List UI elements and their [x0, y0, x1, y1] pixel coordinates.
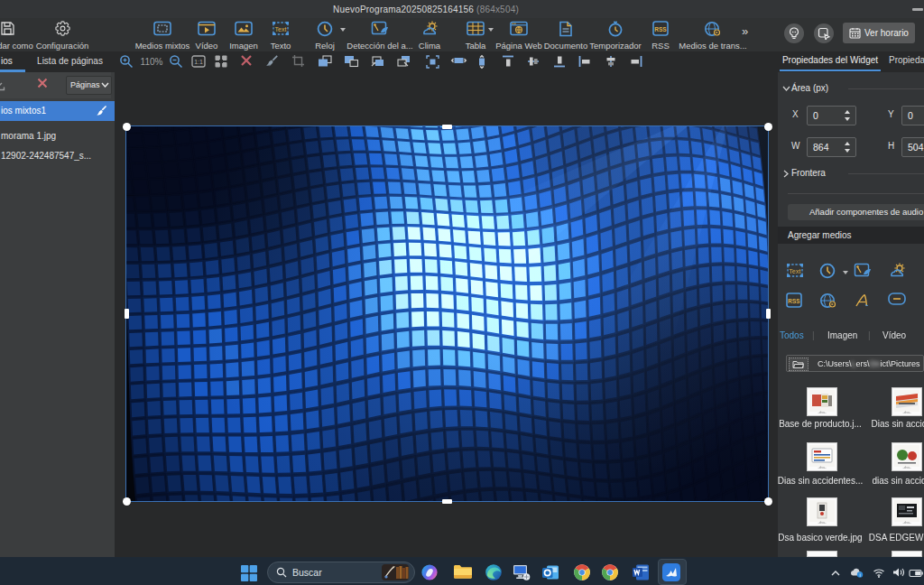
tab-medios[interactable]: ios — [1, 56, 13, 66]
add-clock-icon[interactable] — [819, 263, 839, 283]
start-button[interactable] — [240, 564, 258, 582]
preview-button[interactable] — [814, 23, 834, 43]
file-thumbnail[interactable] — [807, 551, 837, 557]
toolbar-overflow-button[interactable]: » — [742, 24, 746, 38]
search-highlight-image[interactable] — [382, 564, 409, 580]
tab-separator: | — [812, 330, 815, 340]
layer-front-icon[interactable] — [317, 54, 333, 70]
pages-dropdown[interactable]: Páginas — [66, 76, 112, 95]
windows-taskbar: Buscar i — [0, 557, 924, 585]
zoom-in-icon[interactable] — [119, 54, 135, 70]
fit-view-icon[interactable] — [214, 54, 230, 70]
resize-handle-e[interactable] — [766, 309, 771, 319]
tab-lista-de-paginas[interactable]: Lista de páginas — [36, 56, 104, 66]
delete-icon[interactable] — [240, 54, 256, 70]
add-button-icon[interactable] — [888, 292, 908, 312]
taskbar-app-copilot[interactable] — [420, 563, 439, 582]
page-list-item-selected[interactable]: ios mixtos1 — [0, 101, 115, 121]
resize-handle-n[interactable] — [442, 125, 452, 129]
y-field[interactable]: 0 — [901, 106, 924, 125]
layer-forward-icon[interactable] — [369, 54, 385, 70]
page-list-item[interactable]: 12902-242487547_s... — [0, 146, 115, 166]
resize-handle-se[interactable] — [764, 497, 772, 506]
resize-handle-sw[interactable] — [123, 497, 131, 506]
add-rss-icon[interactable]: RSS — [786, 292, 806, 312]
w-field[interactable]: 864 — [807, 137, 856, 157]
file-thumbnail[interactable]: -dsa- — [892, 442, 922, 471]
window-title: NuevoPrograma20250825164156 (864x504) — [0, 5, 852, 14]
align-vcenter-icon[interactable] — [526, 54, 542, 70]
file-thumbnail[interactable] — [892, 551, 922, 557]
file-thumbnail[interactable]: -dsa- — [892, 497, 922, 526]
x-field[interactable]: 0 — [807, 106, 856, 125]
resize-handle-ne[interactable] — [764, 123, 772, 131]
svg-text:RSS: RSS — [654, 26, 667, 32]
filter-tab-imagen[interactable]: Imagen — [827, 330, 857, 340]
chevron-down-icon[interactable] — [782, 85, 790, 93]
crop-icon[interactable] — [291, 54, 308, 70]
toolbar-settings[interactable]: Configuración — [28, 21, 97, 51]
h-field[interactable]: 504 — [901, 137, 924, 157]
add-weather-icon[interactable] — [888, 263, 908, 283]
taskbar-app-chrome[interactable] — [573, 563, 592, 582]
add-stream-icon[interactable] — [819, 292, 839, 312]
file-thumbnail[interactable]: -dsa- — [807, 497, 837, 526]
taskbar-app-signage[interactable] — [662, 563, 681, 582]
add-cursive-icon[interactable] — [854, 292, 873, 312]
folder-icon[interactable] — [789, 358, 808, 371]
taskbar-app-pc[interactable] — [512, 563, 531, 582]
align-hcenter-icon[interactable] — [604, 54, 620, 70]
align-left-icon[interactable] — [578, 54, 594, 70]
stretch-h-icon[interactable] — [450, 54, 467, 70]
expand-icon[interactable] — [425, 54, 441, 70]
taskbar-app-word[interactable] — [632, 563, 651, 582]
schedule-button[interactable]: Ver horario — [843, 23, 915, 43]
tray-battery-icon[interactable] — [909, 565, 923, 581]
taskbar-search[interactable]: Buscar — [267, 562, 415, 583]
import-icon[interactable] — [0, 79, 5, 95]
dropdown-caret-icon[interactable] — [843, 271, 848, 274]
taskbar-app-explorer[interactable] — [453, 563, 472, 582]
align-bottom-icon[interactable] — [552, 54, 568, 70]
stepper-icon — [844, 140, 852, 154]
file-thumbnail[interactable]: -dsa- — [807, 442, 837, 471]
media-path-bar[interactable]: C:\Users\Lers\Onict\Pictures — [786, 355, 924, 372]
tab-propiedades-widget[interactable]: Propiedades del Widget — [780, 55, 881, 65]
tray-cloud-icon[interactable]: i — [850, 565, 864, 581]
add-audio-button[interactable]: Añadir componentes de audio — [788, 204, 924, 220]
properties-panel: Área (px) X 0 Y 0 W 864 H 504 Frontera A… — [778, 72, 924, 557]
tray-wifi-icon[interactable] — [873, 565, 885, 581]
taskbar-app-chrome2[interactable] — [601, 563, 620, 582]
tray-volume-icon[interactable] — [892, 565, 905, 581]
chevron-right-icon[interactable] — [783, 170, 789, 180]
file-thumbnail[interactable]: -dsa- — [807, 387, 837, 416]
one-to-one-icon[interactable]: 1:1 — [191, 54, 208, 70]
align-right-icon[interactable] — [629, 54, 645, 70]
layer-back-icon[interactable] — [343, 54, 359, 70]
file-thumbnail[interactable]: -dsa- — [892, 387, 922, 416]
titlebar: NuevoPrograma20250825164156 (864x504) — [0, 0, 924, 18]
taskbar-app-outlook[interactable] — [541, 563, 560, 582]
tray-chevron-up-icon[interactable] — [830, 565, 841, 581]
delete-page-icon[interactable] — [37, 76, 50, 88]
zoom-out-icon[interactable] — [169, 54, 185, 70]
broom-icon[interactable] — [265, 54, 282, 70]
tab-propiedades-pagina[interactable]: Propiedad — [889, 55, 924, 65]
filter-tab-vídeo[interactable]: Vídeo — [882, 330, 906, 340]
layer-backward-icon[interactable] — [395, 54, 411, 70]
stretch-v-icon[interactable] — [476, 54, 492, 70]
toolbar-stream[interactable]: Medios de trans... — [679, 21, 747, 51]
add-text-icon[interactable]: Text — [786, 263, 806, 283]
file-label: DSA EDGEWELL — [855, 533, 924, 543]
filter-tab-todos[interactable]: Todos — [780, 330, 804, 340]
resize-handle-nw[interactable] — [123, 123, 131, 131]
page-list-item[interactable]: morama 1.jpg — [0, 126, 115, 146]
selected-media-widget[interactable] — [126, 126, 768, 501]
resize-handle-w[interactable] — [125, 309, 129, 319]
taskbar-app-edge[interactable] — [485, 563, 504, 582]
align-top-icon[interactable] — [501, 54, 517, 70]
resize-handle-s[interactable] — [442, 499, 452, 504]
add-detect-icon[interactable] — [854, 263, 873, 283]
tips-button[interactable] — [784, 23, 804, 43]
minimize-button[interactable] — [912, 8, 923, 11]
